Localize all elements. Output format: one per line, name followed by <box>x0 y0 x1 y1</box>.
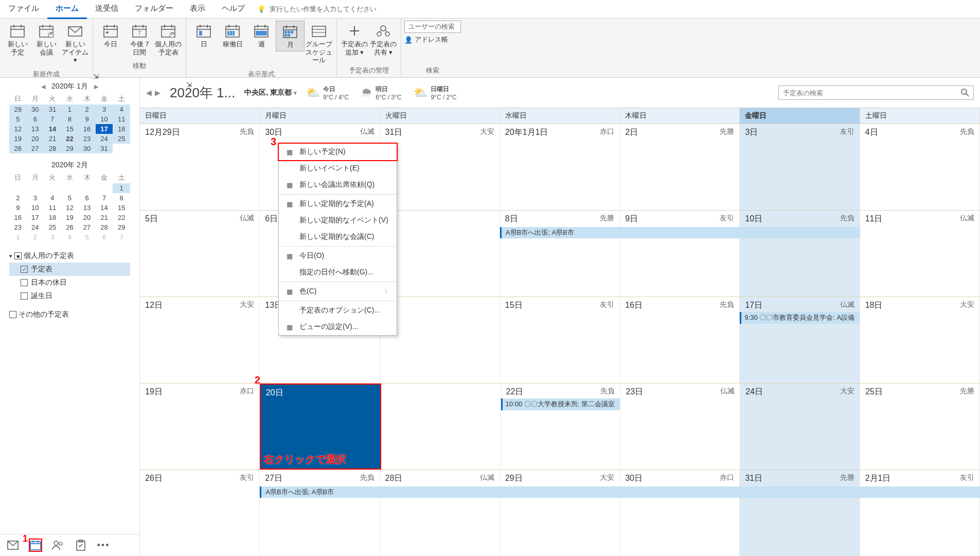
calendar-group-personal[interactable]: ▾ ■ 個人用の予定表 <box>9 249 130 263</box>
calendar-event[interactable]: 10:00 〇〇大学教授来所; 第二会議室 <box>501 398 620 410</box>
location-picker[interactable]: 中央区, 東京都 ▾ <box>244 88 297 97</box>
mini-cal-day[interactable]: 16 <box>78 124 96 134</box>
day-cell[interactable]: 30日赤口 <box>620 470 740 556</box>
calendar-span-event[interactable]: A県B市へ出張; A県B市 <box>260 486 980 498</box>
menu-tab-フォルダー[interactable]: フォルダー <box>127 0 182 19</box>
mini-cal-day[interactable]: 1 <box>61 105 79 114</box>
context-menu-item[interactable]: 予定表のオプション(C)... <box>279 302 397 319</box>
day-cell[interactable]: 15日友引 <box>500 297 620 383</box>
day-cell[interactable]: 31日先勝 <box>740 470 860 556</box>
mini-cal-day[interactable] <box>44 183 61 193</box>
day-cell[interactable]: 28日仏滅 <box>380 470 500 556</box>
mini-cal-day[interactable]: 5 <box>61 193 79 203</box>
mini-cal-day[interactable]: 30 <box>78 144 96 153</box>
mini-cal-day[interactable]: 30 <box>27 105 44 114</box>
mini-cal-day[interactable]: 10 <box>96 114 113 124</box>
context-menu-item[interactable]: ▦新しい会議出席依頼(Q) <box>279 177 397 193</box>
next-period-button[interactable]: ▶ <box>155 89 161 97</box>
weather-1[interactable]: 🌨明日6°C / 3°C <box>361 85 401 101</box>
mini-cal-day[interactable]: 12 <box>61 203 79 213</box>
day-cell[interactable]: 26日友引 <box>140 470 260 556</box>
mini-cal-day[interactable]: 13 <box>78 203 96 213</box>
address-book-button[interactable]: 👤 アドレス帳 <box>404 35 461 44</box>
weather-0[interactable]: ⛅今日9°C / 4°C <box>306 85 349 101</box>
week-view[interactable]: 週 <box>247 21 276 50</box>
mini-cal-day[interactable]: 19 <box>9 134 27 144</box>
mini-cal-day[interactable] <box>78 183 96 193</box>
day-cell[interactable]: 10日先負 <box>740 211 860 297</box>
calendar-group-other[interactable]: その他の予定表 <box>9 308 130 321</box>
mini-cal-day[interactable]: 21 <box>44 134 61 144</box>
mini-cal-day[interactable]: 23 <box>78 134 96 144</box>
mini-cal-day[interactable]: 14 <box>96 203 113 213</box>
day-view[interactable]: 日 <box>189 21 218 50</box>
day-cell[interactable]: 24日大安 <box>740 384 860 470</box>
more-nav-icon[interactable]: ••• <box>97 538 110 552</box>
people-nav-icon[interactable] <box>51 538 65 552</box>
mini-cal-day[interactable]: 21 <box>96 213 113 222</box>
mini-cal-day[interactable]: 6 <box>96 232 113 242</box>
day-cell[interactable]: 16日先負 <box>620 297 740 383</box>
mini-cal-day[interactable]: 3 <box>27 193 44 203</box>
mail-nav-icon[interactable] <box>6 538 20 552</box>
mini-cal-day[interactable]: 28 <box>44 144 61 153</box>
calendar-search[interactable] <box>778 85 974 100</box>
month-view[interactable]: 月 <box>276 21 305 51</box>
group-schedule[interactable]: グループ スケジュール <box>305 21 333 66</box>
day-cell[interactable]: 11日仏滅 <box>860 211 980 297</box>
mini-cal-day[interactable]: 24 <box>96 134 113 144</box>
day-cell[interactable] <box>381 384 501 470</box>
mini-cal-day[interactable]: 22 <box>61 134 79 144</box>
checkbox-icon[interactable]: ■ <box>14 252 22 259</box>
tasks-nav-icon[interactable] <box>74 538 87 552</box>
mini-cal-day[interactable]: 15 <box>113 203 130 213</box>
prev-month-icon[interactable]: ◀ <box>38 83 48 90</box>
mini-cal-day[interactable]: 28 <box>96 222 113 232</box>
day-cell[interactable]: 17日仏滅9:30 〇〇市教育委員会見学会; A設備 <box>740 297 860 383</box>
day-cell[interactable]: 27日先負 <box>260 470 380 556</box>
context-menu-item[interactable]: ▦色(C)〉 <box>279 283 397 300</box>
calendar-event[interactable]: 9:30 〇〇市教育委員会見学会; A設備 <box>740 312 859 324</box>
mini-cal-day[interactable] <box>96 183 113 193</box>
day-cell[interactable] <box>380 211 500 297</box>
new-meeting[interactable]: 新しい 会議 <box>32 21 61 58</box>
weather-2[interactable]: ⛅日曜日9°C / 2°C <box>414 85 456 101</box>
add-calendar[interactable]: 予定表の 追加 ▾ <box>340 21 369 58</box>
context-menu-item[interactable]: 新しいイベント(E) <box>279 160 397 177</box>
mini-cal-day[interactable]: 1 <box>113 183 130 193</box>
mini-cal-day[interactable]: 26 <box>9 144 27 153</box>
mini-cal-day[interactable]: 7 <box>96 193 113 203</box>
mini-cal-day[interactable]: 31 <box>96 144 113 153</box>
mini-cal-day[interactable]: 26 <box>61 222 79 232</box>
mini-cal-day[interactable] <box>113 144 130 153</box>
day-cell[interactable]: 8日先勝 <box>500 211 620 297</box>
day-cell[interactable]: 12月29日先負 <box>140 124 260 210</box>
day-cell[interactable] <box>380 297 500 383</box>
day-cell[interactable]: 23日仏滅 <box>620 384 740 470</box>
workweek-view[interactable]: 稼働日 <box>218 21 247 50</box>
menu-tab-ホーム[interactable]: ホーム <box>47 0 87 19</box>
mini-cal-day[interactable]: 4 <box>44 193 61 203</box>
new-items[interactable]: 新しい アイテム ▾ <box>61 21 90 66</box>
calendar-item[interactable]: 日本の休日 <box>9 276 130 289</box>
mini-cal-day[interactable]: 18 <box>113 124 130 134</box>
personal-calendar[interactable]: 個人用の 予定表 <box>154 21 183 58</box>
mini-cal-day[interactable]: 27 <box>27 144 44 153</box>
mini-cal-day[interactable]: 3 <box>44 232 61 242</box>
mini-cal-day[interactable]: 13 <box>27 124 44 134</box>
context-menu-item[interactable]: ▦ビューの設定(V)... <box>279 319 397 335</box>
day-cell[interactable]: 2月1日友引 <box>860 470 980 556</box>
checkbox-icon[interactable] <box>21 266 28 273</box>
mini-cal-day[interactable]: 3 <box>96 105 113 114</box>
mini-cal-day[interactable]: 25 <box>113 134 130 144</box>
context-menu-item[interactable]: 指定の日付へ移動(G)... <box>279 264 397 281</box>
mini-cal-day[interactable]: 2 <box>27 232 44 242</box>
day-cell[interactable]: 25日先勝 <box>860 384 980 470</box>
mini-cal-day[interactable]: 11 <box>44 203 61 213</box>
mini-cal-day[interactable]: 18 <box>44 213 61 222</box>
mini-cal-day[interactable] <box>9 183 27 193</box>
checkbox-icon[interactable] <box>9 311 16 318</box>
context-menu[interactable]: ▦新しい予定(N)新しいイベント(E)▦新しい会議出席依頼(Q)▦新しい定期的な… <box>278 143 397 336</box>
next-month-icon[interactable]: ▶ <box>91 83 101 90</box>
menu-tab-ファイル[interactable]: ファイル <box>0 0 47 19</box>
